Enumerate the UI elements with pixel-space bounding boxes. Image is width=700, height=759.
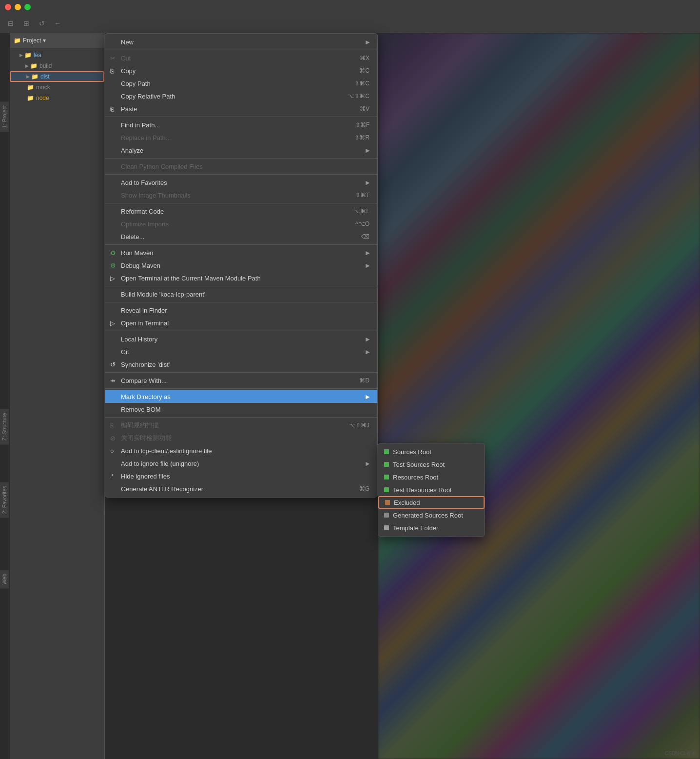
menu-item-generate-antlr[interactable]: Generate ANTLR Recognizer ⌘G [105,482,377,495]
sidebar-item-structure[interactable]: Z: Structure [0,409,9,444]
open-terminal-icon: ▷ [110,320,115,327]
generated-sources-root-icon [384,513,389,518]
menu-item-replace-in-path: Replace in Path... ⇧⌘R [105,131,377,144]
tree-item-build[interactable]: ▶ 📁 build [10,60,104,71]
submenu-item-excluded[interactable]: Excluded [378,496,485,509]
submenu-arrow-git: ▶ [366,349,369,355]
menu-item-close-detection: ⊘ 关闭实时检测功能 [105,432,377,444]
menu-item-copy[interactable]: ⎘ Copy ⌘C [105,64,377,77]
menu-item-reveal-finder[interactable]: Reveal in Finder [105,304,377,317]
submenu-item-resources-root[interactable]: Resources Root [378,471,485,483]
resources-root-icon [384,475,389,479]
paste-icon: ⎗ [110,105,114,113]
maximize-button[interactable] [24,4,31,10]
sync-icon: ↺ [110,361,116,368]
submenu-item-test-sources-root[interactable]: Test Sources Root [378,458,485,471]
menu-item-copy-path[interactable]: Copy Path ⇧⌘C [105,77,377,90]
toolbar-btn-3[interactable]: ↺ [35,17,49,30]
menu-item-code-scan: ⎘ 编码规约扫描 ⌥⇧⌘J [105,419,377,432]
menu-item-cut: ✂ Cut ⌘X [105,52,377,64]
menu-item-open-terminal-maven[interactable]: ▷ Open Terminal at the Current Maven Mod… [105,272,377,284]
menu-item-debug-maven[interactable]: ⚙ Debug Maven ▶ [105,259,377,272]
close-button[interactable] [5,4,11,10]
code-scan-icon: ⎘ [110,422,114,429]
separator-11 [105,388,377,389]
submenu-arrow-local-history: ▶ [366,336,369,342]
submenu-arrow-debug-maven: ▶ [366,262,369,269]
menu-item-hide-ignored[interactable]: .* Hide ignored files [105,470,377,482]
menu-item-show-thumbnails: Show Image Thumbnails ⇧⌘T [105,189,377,201]
separator-10 [105,372,377,373]
minimize-button[interactable] [15,4,21,10]
run-maven-icon: ⚙ [110,249,116,257]
menu-item-clean-python: Clean Python Compiled Files [105,160,377,173]
project-panel: 📁 Project ▾ ▶ 📁 lea ▶ 📁 build ▶ 📁 dist [10,33,105,759]
sources-root-icon [384,449,389,454]
sidebar-item-project[interactable]: 1: Project [0,101,9,132]
menu-item-run-maven[interactable]: ⚙ Run Maven ▶ [105,246,377,259]
template-folder-icon [384,525,389,530]
compare-icon: ⤀ [110,377,116,384]
separator-3 [105,158,377,159]
toolbar-btn-1[interactable]: ⊟ [4,17,18,30]
menu-item-add-eslint[interactable]: ○ Add to lcp-client/.eslintignore file [105,444,377,457]
folder-icon-dist: 📁 [31,73,39,80]
menu-item-build-module[interactable]: Build Module 'koca-lcp-parent' [105,288,377,300]
menu-item-paste[interactable]: ⎗ Paste ⌘V [105,102,377,115]
menu-item-new[interactable]: New ▶ [105,36,377,48]
submenu-item-sources-root[interactable]: Sources Root [378,445,485,458]
project-header[interactable]: 📁 Project ▾ [10,33,104,48]
menu-item-add-to-ignore[interactable]: Add to ignore file (unignore) ▶ [105,457,377,470]
separator-6 [105,244,377,245]
menu-item-find-in-path[interactable]: Find in Path... ⇧⌘F [105,119,377,131]
submenu-item-test-resources-root[interactable]: Test Resources Root [378,483,485,496]
hide-ignored-icon: .* [110,474,114,479]
menu-item-optimize-imports: Optimize Imports ^⌥O [105,218,377,230]
menu-item-add-to-favorites[interactable]: Add to Favorites ▶ [105,176,377,189]
toolbar-btn-4[interactable]: ← [51,17,64,30]
folder-icon-lea: 📁 [24,52,32,59]
cut-icon: ✂ [110,55,116,62]
close-detect-icon: ⊘ [110,435,116,442]
menu-item-reformat[interactable]: Reformat Code ⌥⌘L [105,205,377,218]
menu-item-synchronize[interactable]: ↺ Synchronize 'dist' [105,358,377,371]
project-tree: ▶ 📁 lea ▶ 📁 build ▶ 📁 dist 📁 mock [10,48,104,105]
separator-4 [105,174,377,175]
submenu-arrow-mark-dir: ▶ [366,394,369,400]
menu-item-open-terminal[interactable]: ▷ Open in Terminal [105,317,377,329]
separator-9 [105,331,377,331]
submenu-arrow-analyze: ▶ [366,147,369,154]
submenu-item-template-folder[interactable]: Template Folder [378,521,485,534]
separator-12 [105,417,377,418]
tree-item-node[interactable]: 📁 node [10,93,104,103]
separator-8 [105,302,377,302]
add-eslint-icon: ○ [110,447,114,455]
submenu-item-generated-sources-root[interactable]: Generated Sources Root [378,509,485,521]
toolbar-btn-2[interactable]: ⊞ [19,17,33,30]
tree-item-dist[interactable]: ▶ 📁 dist [10,71,104,82]
separator-2 [105,117,377,117]
submenu-arrow-new: ▶ [366,39,369,45]
menu-item-delete[interactable]: Delete... ⌫ [105,230,377,243]
tree-item-lea[interactable]: ▶ 📁 lea [10,50,104,60]
menu-item-copy-relative-path[interactable]: Copy Relative Path ⌥⇧⌘C [105,90,377,102]
menu-item-analyze[interactable]: Analyze ▶ [105,144,377,157]
sidebar-item-web[interactable]: Web [0,570,9,588]
menu-item-mark-directory[interactable]: Mark Directory as ▶ [105,390,377,403]
folder-icon-node: 📁 [27,95,34,101]
submenu-arrow-ignore: ▶ [366,460,369,467]
menu-item-compare-with[interactable]: ⤀ Compare With... ⌘D [105,374,377,387]
debug-maven-icon: ⚙ [110,262,116,269]
title-bar [0,0,700,14]
tree-item-mock[interactable]: 📁 mock [10,82,104,93]
separator-7 [105,286,377,286]
sidebar-item-favorites[interactable]: 2: Favorites [0,482,9,518]
context-menu: New ▶ ✂ Cut ⌘X ⎘ Copy ⌘C Copy Path ⇧⌘C C… [105,33,378,498]
menu-item-local-history[interactable]: Local History ▶ [105,333,377,345]
folder-icon-build: 📁 [30,62,38,69]
menu-item-git[interactable]: Git ▶ [105,345,377,358]
separator-5 [105,203,377,203]
menu-item-remove-bom[interactable]: Remove BOM [105,403,377,416]
submenu-arrow-run-maven: ▶ [366,250,369,256]
test-resources-root-icon [384,487,389,492]
